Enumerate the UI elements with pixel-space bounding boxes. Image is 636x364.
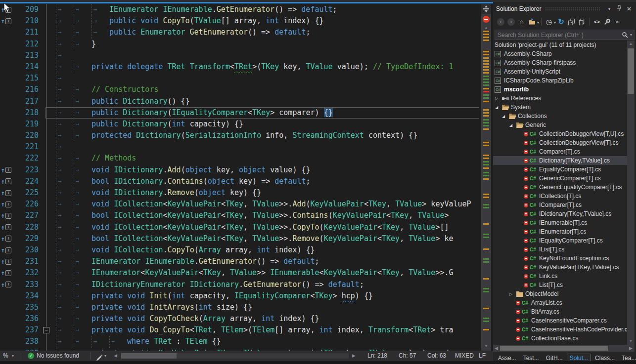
line-number[interactable]: 226 (14, 199, 43, 210)
code-text[interactable]: →→private void CopyToCheck(Array array, … (48, 313, 319, 324)
code-line[interactable]: 220→→protected Dictionary(SerializationI… (0, 130, 481, 141)
implements-interface-icon[interactable]: ↑ (1, 201, 5, 207)
implements-interface-icon[interactable]: ↑ (1, 247, 5, 253)
line-number[interactable]: 228 (14, 222, 43, 233)
implements-interface-icon[interactable]: ↑ (1, 167, 5, 173)
chevron-expanded-icon[interactable]: ◢ (502, 114, 508, 119)
line-number[interactable]: 229 (14, 233, 43, 244)
implements-interface-icon[interactable]: ↑ (1, 282, 5, 288)
char-indicator[interactable]: Ch: 57 (399, 351, 416, 361)
outlining-margin[interactable] (43, 153, 48, 164)
tree-item[interactable]: C#CollectionDebuggerView[T,U].cs (493, 129, 627, 138)
code-line[interactable]: 217→→public Dictionary() {} (0, 96, 481, 107)
hscroll-thumb[interactable] (121, 353, 177, 359)
code-line[interactable]: 216→→// Constructors (0, 84, 481, 95)
outlining-margin[interactable] (43, 244, 48, 256)
outlining-margin[interactable] (43, 39, 48, 50)
line-number[interactable]: 221 (14, 141, 43, 153)
code-line[interactable]: 211→→→public Enumerator GetEnumerator() … (0, 27, 481, 38)
outlining-margin[interactable]: − (43, 324, 48, 336)
tree-item[interactable]: C#Assembly-CSharp (493, 49, 627, 58)
search-input[interactable]: Search Solution Explorer (Ctrl+¨) (495, 32, 622, 39)
tree-item[interactable]: C#Assembly-UnityScript (493, 67, 627, 76)
code-text[interactable]: →→IDictionaryEnumerator IDictionary.GetE… (48, 279, 364, 290)
zoom-caret-icon[interactable]: ▾ (12, 351, 14, 361)
line-number[interactable]: 209 (14, 4, 43, 15)
code-line[interactable]: 214→→private delegate TRet Transform<TRe… (0, 61, 481, 73)
glyph-margin[interactable] (0, 130, 14, 141)
line-number[interactable]: 238 (14, 336, 43, 347)
code-line[interactable]: ↑I228→→void ICollection<KeyValuePair<TKe… (0, 222, 481, 233)
tree-item[interactable]: ◢Generic (493, 121, 627, 129)
code-line[interactable]: 213→ (0, 50, 481, 61)
code-line[interactable]: 221→ (0, 141, 481, 153)
hscroll-right-arrow[interactable]: ▶ (352, 351, 356, 361)
outlining-margin[interactable] (43, 107, 48, 119)
column-indicator[interactable]: Col: 63 (427, 351, 446, 361)
outlining-margin[interactable] (43, 27, 48, 38)
code-text[interactable]: →→void IDictionary.Remove(object key) {} (48, 187, 261, 199)
tree-item[interactable]: C#BitArray.cs (493, 307, 627, 316)
tree-item[interactable]: C#IDictionary[TKey,TValue].cs (493, 209, 627, 218)
line-number[interactable]: 214 (14, 61, 43, 73)
tree-item[interactable]: C#IEnumerable[T].cs (493, 218, 627, 227)
pin-icon[interactable] (614, 5, 624, 13)
tree-item[interactable]: C#mscorlib (493, 85, 627, 94)
line-number[interactable]: 219 (14, 119, 43, 130)
refresh-button[interactable]: ↻ (556, 16, 566, 27)
encoding-indicator[interactable]: MIXED (455, 351, 474, 361)
implements-interface-icon[interactable]: ↑ (1, 224, 5, 231)
outlining-margin[interactable] (43, 290, 48, 302)
show-all-files-button[interactable] (577, 16, 587, 27)
tree-item[interactable]: ▷ObjectModel (493, 289, 627, 298)
glyph-margin[interactable]: ↑I (0, 279, 14, 290)
line-number[interactable]: 213 (14, 50, 43, 61)
tree-scroll-down[interactable]: ▼ (627, 339, 635, 343)
code-line[interactable]: 215→ (0, 73, 481, 84)
tree-item[interactable]: C#ArrayList.cs (493, 298, 627, 307)
outlining-margin[interactable] (43, 130, 48, 141)
issues-status[interactable]: No issues found (37, 351, 79, 361)
tree-item[interactable]: C#IEqualityComparer[T].cs (493, 236, 627, 245)
code-editor[interactable]: ↑I209→→→IEnumerator IEnumerable.GetEnume… (0, 4, 481, 351)
line-number[interactable]: 234 (14, 290, 43, 302)
glyph-margin[interactable] (0, 290, 14, 302)
sync-active-doc-button[interactable] (527, 16, 537, 27)
editor-vertical-scrollbar[interactable]: ▲ ▼ (481, 4, 491, 351)
line-number[interactable]: 225 (14, 187, 43, 199)
tree-item[interactable]: C#CollectionBase.cs (493, 334, 627, 343)
code-text[interactable]: →→void ICollection<KeyValuePair<TKey, TV… (48, 222, 449, 233)
outlining-margin[interactable] (43, 4, 48, 15)
tree-item[interactable]: C#CaseInsensitiveHashCodeProvider.cs (493, 325, 627, 334)
editor-horizontal-scrollbar[interactable] (121, 353, 349, 359)
line-number[interactable]: 215 (14, 73, 43, 84)
code-line[interactable]: 234→→private void Init(int capacity, IEq… (0, 290, 481, 302)
code-text[interactable]: →→public Dictionary(IEqualityComparer<TK… (48, 107, 333, 119)
code-text[interactable]: → (48, 50, 74, 61)
glyph-margin[interactable]: ↑I (0, 164, 14, 176)
implements-interface-icon[interactable]: ↑ (1, 258, 5, 265)
code-line[interactable]: 218→→public Dictionary(IEqualityComparer… (0, 107, 481, 119)
code-line[interactable]: ↑I229→→bool ICollection<KeyValuePair<TKe… (0, 233, 481, 244)
glyph-margin[interactable] (0, 313, 14, 324)
code-text[interactable]: →→bool ICollection<KeyValuePair<TKey, TV… (48, 210, 449, 221)
code-text[interactable]: →→private delegate TRet Transform<TRet>(… (48, 61, 454, 73)
outlining-margin[interactable] (43, 267, 48, 279)
glyph-margin[interactable]: ↑I (0, 256, 14, 267)
glyph-margin[interactable]: ↑I (0, 267, 14, 279)
code-text[interactable]: →→protected Dictionary(SerializationInfo… (48, 130, 417, 141)
glyph-margin[interactable]: ↑I (0, 244, 14, 256)
line-number[interactable]: 218 (14, 107, 43, 119)
outlining-margin[interactable] (43, 313, 48, 324)
tree-horizontal-scrollbar[interactable]: ◀ ▶ (493, 345, 635, 352)
line-number[interactable]: 220 (14, 130, 43, 141)
tree-item[interactable]: C#IEnumerator[T].cs (493, 227, 627, 236)
code-text[interactable]: →→public Dictionary() {} (48, 96, 190, 107)
tree-item[interactable]: C#Comparer[T].cs (493, 147, 627, 156)
glyph-margin[interactable] (0, 73, 14, 84)
line-number[interactable]: 223 (14, 164, 43, 176)
tree-item[interactable]: C#Dictionary[TKey,TValue].cs (493, 156, 627, 165)
outlining-margin[interactable] (43, 279, 48, 290)
tree-scroll-up[interactable]: ▲ (627, 41, 635, 46)
glyph-margin[interactable] (0, 324, 14, 336)
